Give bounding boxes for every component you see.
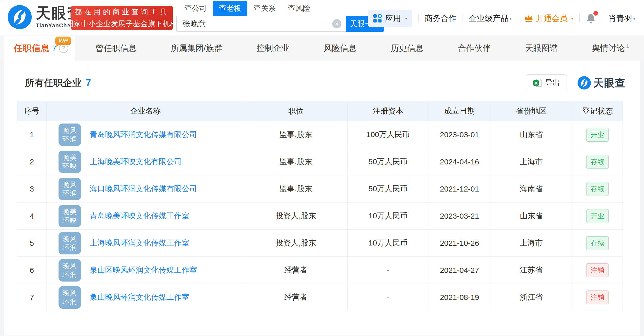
- status-badge: 开业: [586, 209, 609, 223]
- tab-risk-info[interactable]: 风险信息: [324, 43, 356, 54]
- company-link[interactable]: 海口晚风环润文化传媒有限公司: [90, 184, 197, 194]
- table-header-row: 序号 企业名称 职位 注册资本 成立日期 省份地区 登记状态: [17, 101, 623, 121]
- position-cell: 经营者: [244, 257, 348, 284]
- row-index: 3: [17, 175, 47, 203]
- content-card: 所有任职企业 7 X 导出 天眼查: [4, 61, 640, 335]
- company-link[interactable]: 上海晚风环润文化传媒工作室: [90, 238, 189, 248]
- search-tab-risk[interactable]: 查风险: [282, 1, 316, 16]
- tab-employment-info-active[interactable]: 任职信息 7 ? VIP: [4, 36, 75, 61]
- search-tab-boss[interactable]: 查老板: [213, 1, 247, 16]
- date-cell: 2021-04-27: [429, 257, 490, 284]
- watermark-logo: 天眼查: [578, 76, 626, 90]
- search-tab-relation[interactable]: 查关系: [247, 1, 282, 16]
- open-vip-button[interactable]: 开通会员 ▾: [524, 13, 573, 24]
- col-header-status: 登记状态: [572, 101, 623, 121]
- row-index: 5: [17, 230, 47, 257]
- table-row: 5 晚风环润 上海晚风环润文化传媒工作室 投资人,股东 10万人民币 2021-…: [17, 230, 623, 257]
- profile-tabbar: 任职信息 7 ? VIP 曾任职信息 所属集团/族群 控制企业 风险信息 历史信…: [0, 36, 644, 61]
- tab-group-cluster[interactable]: 所属集团/族群: [171, 43, 222, 54]
- col-header-company: 企业名称: [47, 101, 244, 121]
- tab-controlled-companies[interactable]: 控制企业: [257, 43, 289, 54]
- notifications-bell[interactable]: [586, 13, 596, 24]
- tab-past-employment[interactable]: 曾任职信息: [96, 43, 136, 54]
- table-row: 7 晚风环润 象山晚风环润文化传媒工作室 经营者 - 2021-08-19 浙江…: [17, 284, 623, 311]
- capital-cell: 10万人民币: [348, 230, 429, 257]
- company-link[interactable]: 青岛晚美环映文化传媒工作室: [90, 211, 189, 221]
- notification-dot: [593, 11, 598, 16]
- company-logo-badge: 晚风环润: [59, 232, 81, 254]
- position-cell: 监事,股东: [244, 175, 348, 203]
- date-cell: 2021-12-01: [429, 175, 490, 203]
- row-index: 7: [17, 284, 47, 311]
- divider: [518, 14, 518, 23]
- company-link[interactable]: 上海晚美环映文化有限公司: [90, 156, 182, 167]
- capital-cell: -: [348, 284, 429, 311]
- table-row: 4 晚美环映 青岛晚美环映文化传媒工作室 投资人,股东 10万人民币 2023-…: [17, 203, 623, 230]
- date-cell: 2021-10-26: [429, 230, 490, 257]
- active-tab-count: 7: [52, 44, 56, 53]
- row-index: 4: [17, 203, 47, 230]
- company-link[interactable]: 泉山区晚风环润文化传媒工作室: [90, 265, 197, 275]
- table-row: 2 晚美环映 上海晚美环映文化有限公司 监事,股东 50万人民币 2024-04…: [17, 148, 623, 175]
- search-input[interactable]: [176, 16, 346, 32]
- company-logo-badge: 晚风环润: [59, 286, 81, 309]
- apps-menu[interactable]: 应用 ▾: [368, 10, 412, 27]
- province-cell: 江苏省: [490, 257, 572, 284]
- capital-cell: -: [348, 257, 429, 284]
- company-link[interactable]: 青岛晚风环润文化传媒有限公司: [90, 129, 197, 140]
- capital-cell: 100万人民币: [348, 121, 429, 148]
- table-row: 3 晚风环润 海口晚风环润文化传媒有限公司 监事,股东 50万人民币 2021-…: [17, 175, 623, 203]
- chevron-down-icon: ▾: [571, 16, 573, 21]
- position-cell: 投资人,股东: [244, 230, 348, 257]
- row-index: 6: [17, 257, 47, 284]
- clear-search-icon[interactable]: ×: [332, 19, 341, 28]
- col-header-position: 职位: [244, 101, 348, 121]
- search-box: ×: [176, 16, 346, 32]
- help-icon[interactable]: ?: [59, 44, 68, 53]
- status-badge: 存续: [586, 236, 609, 250]
- chevron-down-icon: ▾: [405, 16, 407, 21]
- divider: [579, 14, 580, 23]
- company-logo-badge: 晚风环润: [59, 124, 81, 146]
- employment-table: 序号 企业名称 职位 注册资本 成立日期 省份地区 登记状态 1 晚风环润 青岛…: [17, 101, 623, 311]
- position-cell: 经营者: [244, 284, 348, 311]
- tab-graph[interactable]: 天眼图谱: [525, 43, 558, 54]
- export-button[interactable]: X 导出: [526, 74, 567, 91]
- capital-cell: 50万人民币: [348, 148, 429, 175]
- divider: [602, 14, 602, 23]
- company-link[interactable]: 象山晚风环润文化传媒工作室: [90, 292, 189, 303]
- promo-banner: 都在用的商业查询工具 国家中小企业发展子基金旗下机构: [71, 6, 173, 30]
- crown-icon: [524, 14, 533, 23]
- tab-count-superscript: 1: [626, 43, 629, 49]
- capital-cell: 50万人民币: [348, 175, 429, 203]
- svg-text:X: X: [535, 81, 537, 85]
- nav-enterprise-products[interactable]: 企业级产品 ▾: [469, 13, 512, 24]
- tianyancha-swirl-icon: [8, 5, 32, 29]
- username: 肖青羽: [608, 13, 632, 24]
- nav-business-cooperation[interactable]: 商务合作: [425, 13, 456, 24]
- company-logo-badge: 晚美环映: [59, 205, 81, 227]
- tab-history-info[interactable]: 历史信息: [391, 43, 423, 54]
- active-tab-label: 任职信息: [14, 42, 50, 54]
- date-cell: 2024-04-16: [429, 148, 490, 175]
- excel-icon: X: [533, 78, 542, 87]
- section-count: 7: [86, 77, 91, 88]
- divider: [418, 14, 419, 23]
- date-cell: 2023-03-01: [429, 121, 490, 148]
- tianyancha-swirl-icon: [578, 76, 591, 89]
- row-index: 1: [17, 121, 47, 148]
- status-badge: 注销: [586, 263, 609, 277]
- tab-public-opinion[interactable]: 舆情讨论1: [592, 43, 629, 54]
- banner-line1: 都在用的商业查询工具: [75, 7, 169, 17]
- user-menu[interactable]: 肖青羽 ▾: [608, 13, 635, 24]
- province-cell: 上海市: [490, 230, 572, 257]
- search-tab-company[interactable]: 查公司: [178, 1, 213, 16]
- chevron-down-icon: ▾: [510, 16, 512, 21]
- other-tabs: 曾任职信息 所属集团/族群 控制企业 风险信息 历史信息 合作伙伴 天眼图谱 舆…: [75, 36, 644, 61]
- section-header: 所有任职企业 7 X 导出 天眼查: [4, 61, 640, 101]
- tab-partners[interactable]: 合作伙伴: [458, 43, 491, 54]
- position-cell: 监事,股东: [244, 121, 348, 148]
- col-header-province: 省份地区: [490, 101, 572, 121]
- capital-cell: 10万人民币: [348, 203, 429, 230]
- export-label: 导出: [545, 78, 560, 88]
